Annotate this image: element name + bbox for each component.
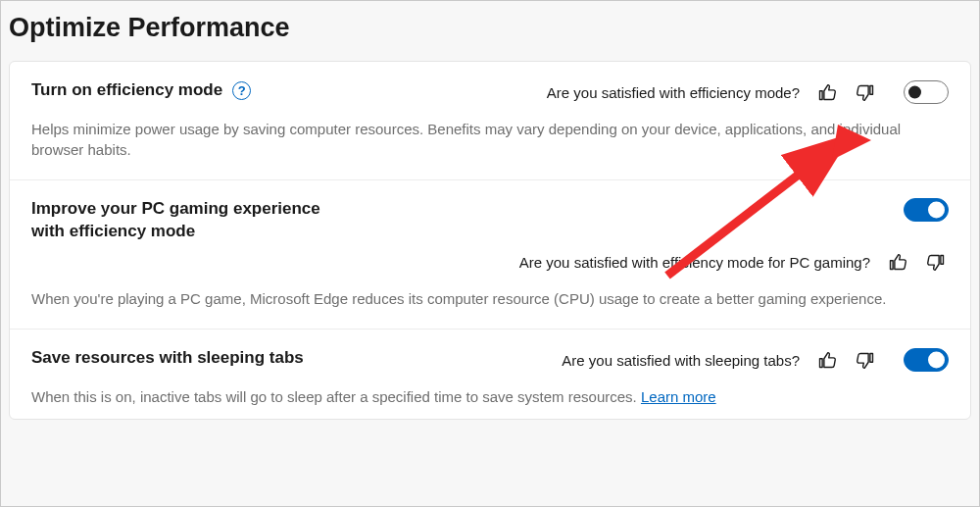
setting-title: Turn on efficiency mode	[31, 79, 222, 102]
thumb-down-icon[interactable]	[853, 347, 878, 373]
feedback-question: Are you satisfied with sleeping tabs?	[562, 352, 800, 369]
setting-pc-gaming-efficiency: Improve your PC gaming experience with e…	[10, 180, 970, 330]
toggle-sleeping-tabs[interactable]	[904, 348, 949, 372]
setting-title: Improve your PC gaming experience with e…	[31, 198, 345, 243]
setting-sleeping-tabs: Save resources with sleeping tabs Are yo…	[10, 330, 970, 419]
toggle-efficiency-mode[interactable]	[904, 80, 949, 104]
setting-description: When this is on, inactive tabs will go t…	[31, 386, 933, 407]
setting-title: Save resources with sleeping tabs	[31, 347, 304, 370]
thumb-up-icon[interactable]	[884, 249, 909, 275]
setting-efficiency-mode: Turn on efficiency mode ? Are you satisf…	[10, 62, 970, 180]
feedback-question: Are you satisfied with efficiency mode?	[547, 84, 800, 101]
learn-more-link[interactable]: Learn more	[641, 388, 716, 405]
help-icon[interactable]: ?	[232, 81, 251, 100]
setting-description: When you're playing a PC game, Microsoft…	[31, 288, 933, 309]
page-title: Optimize Performance	[9, 13, 971, 43]
setting-description: Helps minimize power usage by saving com…	[31, 119, 933, 160]
thumb-down-icon[interactable]	[923, 249, 949, 275]
toggle-pc-gaming[interactable]	[904, 198, 949, 222]
thumb-up-icon[interactable]	[813, 79, 839, 105]
settings-card: Turn on efficiency mode ? Are you satisf…	[9, 61, 971, 420]
feedback-question: Are you satisfied with efficiency mode f…	[519, 254, 870, 271]
thumb-down-icon[interactable]	[853, 79, 878, 105]
thumb-up-icon[interactable]	[813, 347, 839, 373]
